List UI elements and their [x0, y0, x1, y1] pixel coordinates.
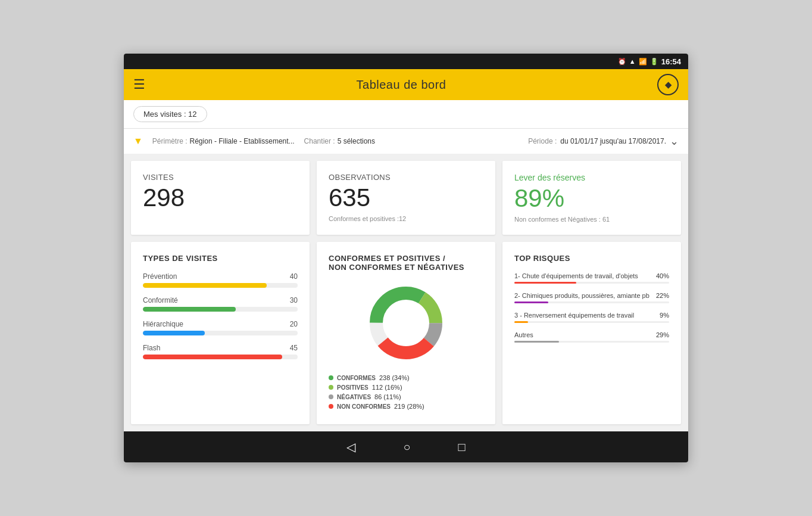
- bar-track: [143, 283, 298, 288]
- risk-bar-track: [514, 341, 669, 343]
- donut-chart: [364, 281, 448, 365]
- legend-value: 219 (28%): [394, 403, 424, 410]
- risk-bar-fill: [514, 321, 528, 323]
- bar-label: Flash: [143, 344, 160, 352]
- legend-dot: [329, 375, 333, 380]
- risk-item: 3 - Renversement équipements de travail …: [514, 312, 669, 323]
- perimetre-filter: Périmètre : Région - Filiale - Etablisse…: [152, 137, 295, 145]
- risk-percent: 22%: [656, 292, 669, 299]
- risk-percent: 29%: [656, 331, 669, 338]
- risk-bar-fill: [514, 282, 576, 284]
- bars-container: Prévention 40 Conformité 30 Hiérarchique…: [143, 272, 298, 359]
- legend-value: 86 (11%): [374, 393, 401, 400]
- bar-item: Flash 45: [143, 344, 298, 359]
- wifi-icon: ▲: [629, 58, 636, 65]
- back-button[interactable]: ◁: [346, 440, 355, 454]
- bar-value: 40: [290, 272, 298, 281]
- recents-button[interactable]: □: [458, 440, 466, 454]
- visites-card: Visites 298: [131, 161, 310, 235]
- risk-bar-fill: [514, 341, 559, 343]
- device-frame: ⏰ ▲ 📶 🔋 16:54 ☰ Tableau de bord ◆ Mes vi…: [124, 54, 688, 462]
- risk-percent: 40%: [656, 272, 669, 279]
- legend-item: POSITIVES 112 (16%): [329, 384, 483, 391]
- legend-label: NÉGATIVES: [337, 394, 371, 400]
- bar-fill: [143, 331, 205, 335]
- status-bar: ⏰ ▲ 📶 🔋 16:54: [124, 54, 688, 69]
- bar-value: 20: [290, 320, 298, 328]
- risk-bar-track: [514, 321, 669, 323]
- bar-label: Conformité: [143, 296, 178, 304]
- bottom-row: TYPES DE VISITES Prévention 40 Conformit…: [131, 242, 681, 424]
- legend-item: NON CONFORMES 219 (28%): [329, 403, 483, 410]
- conformes-card: CONFORMES ET POSITIVES / NON CONFORMES E…: [317, 242, 495, 424]
- battery-icon: 🔋: [650, 58, 658, 66]
- observations-card: Observations 635 Conformes et positives …: [317, 161, 495, 235]
- legend-dot: [329, 404, 333, 409]
- risk-label: 2- Chimiques produits, poussières, amian…: [514, 292, 649, 299]
- risk-label: 1- Chute d'équipements de travail, d'obj…: [514, 272, 638, 279]
- status-time: 16:54: [661, 57, 681, 66]
- legend-value: 112 (16%): [372, 384, 402, 391]
- filter-icon[interactable]: ▼: [133, 136, 143, 147]
- bar-label: Prévention: [143, 272, 177, 281]
- bar-item: Hiérarchique 20: [143, 320, 298, 335]
- app-bar: ☰ Tableau de bord ◆: [124, 69, 688, 100]
- lever-number: 89%: [514, 186, 669, 211]
- visites-number: 298: [143, 185, 298, 210]
- lever-label: Lever des réserves: [514, 173, 669, 182]
- risk-percent: 9%: [660, 312, 669, 319]
- conformes-title: CONFORMES ET POSITIVES / NON CONFORMES E…: [329, 254, 483, 272]
- legend-dot: [329, 394, 333, 399]
- content: Mes visites : 12 ▼ Périmètre : Région - …: [124, 100, 688, 431]
- periode-value: du 01/01/17 jusqu'au 17/08/2017.: [560, 137, 666, 145]
- bar-track: [143, 307, 298, 312]
- legend-value: 238 (34%): [379, 374, 410, 381]
- observations-sub: Conformes et positives :12: [329, 215, 483, 222]
- bar-value: 30: [290, 296, 298, 304]
- app-title: Tableau de bord: [357, 78, 446, 92]
- status-icons: ⏰ ▲ 📶 🔋 16:54: [618, 57, 681, 66]
- bar-track: [143, 331, 298, 335]
- risk-bar-track: [514, 301, 669, 303]
- bar-fill: [143, 355, 282, 359]
- bar-label: Hiérarchique: [143, 320, 183, 328]
- filter-bar: ▼ Périmètre : Région - Filiale - Etablis…: [124, 128, 688, 154]
- chantier-value: 5 sélections: [338, 137, 375, 145]
- my-visits-banner: Mes visites : 12: [124, 100, 688, 128]
- periode-label: Période :: [528, 137, 557, 145]
- home-button[interactable]: ○: [403, 440, 410, 454]
- legend-label: POSITIVES: [337, 384, 368, 391]
- risk-item: Autres 29%: [514, 331, 669, 343]
- alarm-icon: ⏰: [618, 58, 626, 66]
- bottom-nav: ◁ ○ □: [124, 431, 688, 462]
- bar-item: Prévention 40: [143, 272, 298, 288]
- perimetre-label: Périmètre :: [152, 137, 188, 145]
- types-visites-title: TYPES DE VISITES: [143, 254, 298, 263]
- chevron-down-icon[interactable]: ⌄: [670, 135, 679, 148]
- chantier-label: Chantier :: [304, 137, 335, 145]
- menu-button[interactable]: ☰: [133, 77, 145, 92]
- bar-fill: [143, 283, 267, 288]
- risk-bar-track: [514, 282, 669, 284]
- bar-fill: [143, 307, 236, 312]
- lever-card: Lever des réserves 89% Non conformes et …: [502, 161, 681, 235]
- my-visits-pill[interactable]: Mes visites : 12: [133, 106, 207, 122]
- risk-label: 3 - Renversement équipements de travail: [514, 312, 634, 319]
- legend-label: CONFORMES: [337, 375, 376, 381]
- legend-item: NÉGATIVES 86 (11%): [329, 393, 483, 400]
- bar-track: [143, 355, 298, 359]
- top-risques-card: TOP RISQUES 1- Chute d'équipements de tr…: [502, 242, 681, 424]
- perimetre-value: Région - Filiale - Etablissement...: [190, 137, 295, 145]
- risks-container: 1- Chute d'équipements de travail, d'obj…: [514, 272, 669, 343]
- legend-label: NON CONFORMES: [337, 403, 391, 410]
- risk-item: 1- Chute d'équipements de travail, d'obj…: [514, 272, 669, 284]
- risk-item: 2- Chimiques produits, poussières, amian…: [514, 292, 669, 303]
- logo-icon[interactable]: ◆: [653, 70, 683, 100]
- legend-container: CONFORMES 238 (34%) POSITIVES 112 (16%) …: [329, 374, 483, 410]
- legend-dot: [329, 385, 333, 390]
- chantier-filter: Chantier : 5 sélections: [304, 137, 375, 145]
- risk-label: Autres: [514, 331, 533, 338]
- dashboard: Visites 298 Observations 635 Conformes e…: [124, 154, 688, 431]
- risk-bar-fill: [514, 301, 548, 303]
- signal-icon: 📶: [639, 58, 647, 66]
